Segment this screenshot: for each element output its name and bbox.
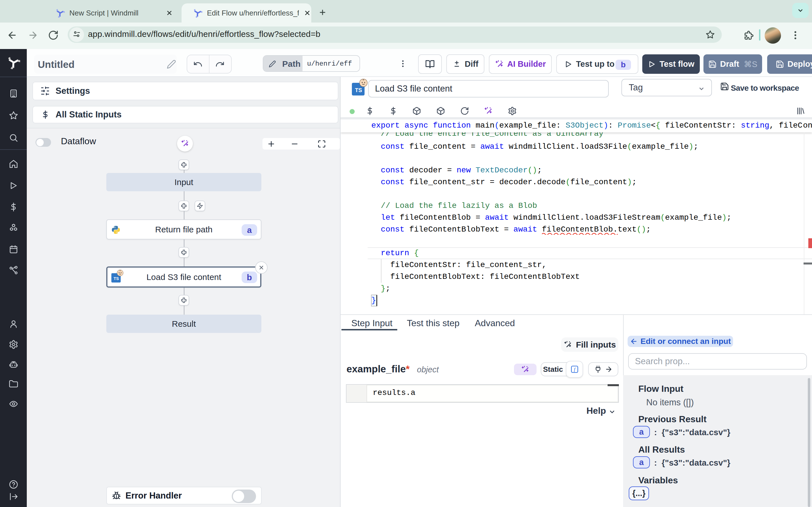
svg-text:f: f: [574, 367, 576, 372]
svg-text:TS: TS: [114, 276, 119, 281]
svg-text:TS: TS: [355, 87, 362, 93]
